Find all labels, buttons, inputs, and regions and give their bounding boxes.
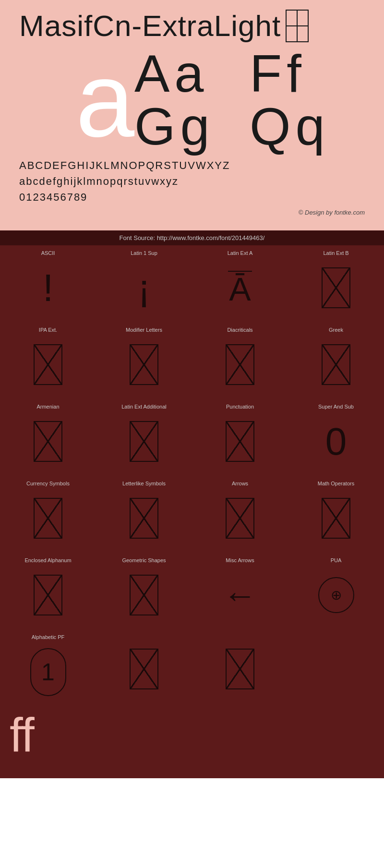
label-superandsub: Super And Sub — [318, 404, 354, 410]
glyph-armenian — [34, 414, 62, 469]
grid-cell-latin1sup: Latin 1 Sup ¡ — [96, 245, 192, 322]
glyph-enclosedalphanum — [34, 567, 62, 623]
font-preview-section: MasifCn-ExtraLight Aa Gg Ff Qq a ABCDEFG… — [0, 0, 384, 230]
grid-cell-placeholder2 — [192, 629, 288, 706]
grid-cell-enclosedalphanum: Enclosed Alphanum — [0, 553, 96, 629]
label-mathoperators: Math Operators — [318, 481, 354, 487]
exclamation-glyph: ! — [43, 269, 53, 307]
letters-aa: Aa — [134, 47, 250, 100]
glyph-latinextadditional — [130, 414, 158, 469]
glyph-pua: ⊕ — [318, 567, 354, 623]
grid-cell-latinextadditional: Latin Ext Additional — [96, 399, 192, 476]
grid-cell-modifierletters: Modifier Letters — [96, 322, 192, 399]
placeholder-letterlikesymbols — [130, 498, 158, 539]
label-pua: PUA — [331, 557, 342, 564]
grid-cell-punctuation: Punctuation — [192, 399, 288, 476]
label-geometricshapes: Geometric Shapes — [122, 557, 166, 564]
placeholder-armenian — [34, 421, 62, 462]
glyph-latin1sup: ¡ — [138, 260, 151, 315]
glyph-grid: ASCII ! Latin 1 Sup ¡ Latin Ext A Ā Lati… — [0, 245, 384, 706]
glyph-latinexta: Ā — [228, 260, 252, 315]
ligature-ff-glyph: ff — [10, 711, 34, 759]
grid-cell-ascii: ASCII ! — [0, 245, 96, 322]
glyph-diacriticals — [226, 337, 254, 392]
grid-cell-alphabeticpf: Alphabetic PF 1 — [0, 629, 96, 706]
uppercase-alphabet: ABCDEFGHIJKLMNOPQRSTUVWXYZ — [19, 157, 365, 173]
font-source-bar: Font Source: http://www.fontke.com/font/… — [0, 230, 384, 245]
alphabet-section: ABCDEFGHIJKLMNOPQRSTUVWXYZ abcdefghijklm… — [19, 157, 365, 205]
placeholder-diacriticals — [226, 344, 254, 385]
label-latinextb: Latin Ext B — [323, 250, 348, 256]
glyph-ascii: ! — [43, 260, 53, 315]
placeholder-punctuation — [226, 421, 254, 462]
glyph-miscarrows: ← — [223, 567, 257, 623]
letter-pair-aa: Aa Gg — [134, 47, 250, 153]
grid-cell-greek: Greek — [288, 322, 384, 399]
one-circle-glyph: 1 — [30, 648, 66, 696]
grid-cell-pua: PUA ⊕ — [288, 553, 384, 629]
label-punctuation: Punctuation — [226, 404, 254, 410]
label-modifierletters: Modifier Letters — [126, 327, 162, 333]
grid-cell-miscarrows: Misc Arrows ← — [192, 553, 288, 629]
a-bar-glyph: Ā — [228, 271, 252, 306]
glyph-mathoperators — [322, 491, 350, 546]
glyph-placeholder2 — [226, 638, 254, 699]
credit-text: © Design by fontke.com — [19, 209, 365, 216]
grid-cell-letterlikesymbols: Letterlike Symbols — [96, 476, 192, 553]
circle-h-glyph: ⊕ — [318, 577, 354, 613]
placeholder-currencysymbols — [34, 498, 62, 539]
label-letterlikesymbols: Letterlike Symbols — [122, 481, 166, 487]
glyph-ipaext — [34, 337, 62, 392]
label-enclosedalphanum: Enclosed Alphanum — [24, 557, 71, 564]
letters-gg: Gg — [134, 100, 250, 153]
placeholder-mathoperators — [322, 498, 350, 539]
placeholder-geometricshapes — [130, 575, 158, 615]
grid-cell-empty — [288, 629, 384, 706]
font-name-text: MasifCn-ExtraLight — [19, 10, 281, 42]
placeholder-box1 — [130, 649, 158, 689]
grid-cell-currencysymbols: Currency Symbols — [0, 476, 96, 553]
placeholder-enclosedalphanum — [34, 575, 62, 615]
digits-row: 0123456789 — [19, 189, 365, 205]
font-icon — [286, 10, 309, 42]
glyph-superandsub: 0 — [325, 414, 347, 469]
glyph-letterlikesymbols — [130, 491, 158, 546]
glyph-currencysymbols — [34, 491, 62, 546]
glyph-placeholder1 — [130, 638, 158, 699]
grid-cell-mathoperators: Math Operators — [288, 476, 384, 553]
placeholder-latinextadditional — [130, 421, 158, 462]
zero-glyph: 0 — [325, 422, 347, 461]
lowercase-alphabet: abcdefghijklmnopqrstuvwxyz — [19, 173, 365, 189]
grid-cell-latinexta: Latin Ext A Ā — [192, 245, 288, 322]
glyph-modifierletters — [130, 337, 158, 392]
label-arrows: Arrows — [232, 481, 248, 487]
i-dot-glyph: ¡ — [138, 269, 151, 307]
grid-cell-ipaext: IPA Ext. — [0, 322, 96, 399]
label-ascii: ASCII — [41, 250, 55, 256]
font-title: MasifCn-ExtraLight — [19, 10, 365, 42]
glyph-latinextb — [322, 260, 350, 315]
label-latin1sup: Latin 1 Sup — [131, 250, 157, 256]
placeholder-modifierletters — [130, 344, 158, 385]
label-armenian: Armenian — [36, 404, 59, 410]
glyph-geometricshapes — [130, 567, 158, 623]
glyph-arrows — [226, 491, 254, 546]
large-a-white: a — [19, 47, 134, 153]
placeholder-latinextb — [322, 267, 350, 308]
letters-ff: Ff — [250, 47, 365, 100]
label-latinexta: Latin Ext A — [228, 250, 253, 256]
grid-cell-superandsub: Super And Sub 0 — [288, 399, 384, 476]
grid-cell-armenian: Armenian — [0, 399, 96, 476]
letter-pair-ff: Ff Qq — [250, 47, 365, 153]
arrow-left-glyph: ← — [223, 579, 257, 612]
grid-cell-geometricshapes: Geometric Shapes — [96, 553, 192, 629]
grid-cell-arrows: Arrows — [192, 476, 288, 553]
placeholder-box2 — [226, 649, 254, 689]
label-currencysymbols: Currency Symbols — [26, 481, 70, 487]
glyph-greek — [322, 337, 350, 392]
label-ipaext: IPA Ext. — [39, 327, 57, 333]
placeholder-ipaext — [34, 344, 62, 385]
dark-section: Font Source: http://www.fontke.com/font/… — [0, 230, 384, 778]
grid-cell-placeholder1 — [96, 629, 192, 706]
label-latinextadditional: Latin Ext Additional — [121, 404, 167, 410]
